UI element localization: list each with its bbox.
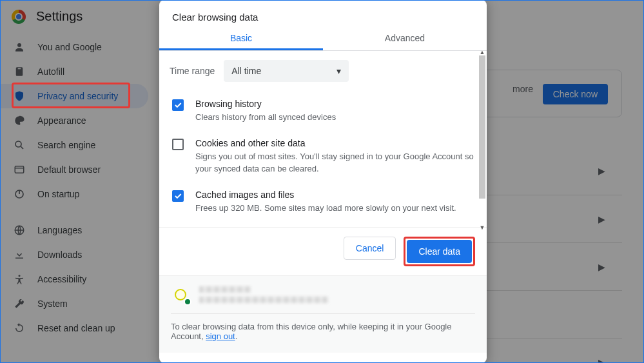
sign-out-link[interactable]: sign out — [206, 331, 235, 341]
annotation-highlight: Clear data — [404, 237, 475, 266]
chevron-down-icon: ▾ — [337, 66, 341, 76]
option-desc: Frees up 320 MB. Some sites may load mor… — [195, 202, 456, 215]
sync-badge-icon — [184, 298, 191, 306]
option-cookies[interactable]: Cookies and other site data Signs you ou… — [170, 133, 476, 184]
annotation-highlight — [12, 83, 130, 108]
option-title: Browsing history — [195, 99, 336, 109]
option-title: Cached images and files — [195, 190, 456, 200]
clear-browsing-data-dialog: Clear browsing data Basic Advanced Time … — [159, 0, 487, 363]
scroll-track[interactable] — [478, 55, 487, 223]
option-desc: Signs you out of most sites. You'll stay… — [195, 151, 476, 175]
time-range-label: Time range — [170, 66, 215, 76]
option-desc: Clears history from all synced devices — [195, 112, 336, 124]
tab-advanced[interactable]: Advanced — [323, 25, 487, 50]
redacted-profile-info — [199, 286, 328, 303]
option-title: Cookies and other site data — [195, 138, 476, 148]
checkbox-cookies[interactable] — [172, 139, 184, 150]
dialog-body: Time range All time ▾ Browsing history C… — [159, 51, 487, 227]
profile-avatar-icon — [171, 285, 190, 304]
checkbox-browsing-history[interactable] — [172, 99, 184, 111]
time-range-value: All time — [231, 66, 261, 76]
footer-text-after: . — [235, 331, 238, 341]
footer-text: To clear browsing data from this device … — [171, 313, 475, 341]
clear-data-button[interactable]: Clear data — [407, 240, 472, 263]
option-cache[interactable]: Cached images and files Frees up 320 MB.… — [170, 184, 476, 224]
profile-row — [171, 285, 475, 304]
checkbox-cache[interactable] — [172, 190, 184, 202]
dialog-footer: To clear browsing data from this device … — [159, 275, 487, 353]
scroll-down-icon[interactable]: ▼ — [479, 224, 485, 231]
cancel-button[interactable]: Cancel — [344, 237, 396, 260]
tab-basic[interactable]: Basic — [159, 25, 323, 50]
dialog-title: Clear browsing data — [159, 0, 487, 25]
scroll-thumb[interactable] — [479, 55, 485, 199]
dialog-tabs: Basic Advanced — [159, 25, 487, 51]
option-browsing-history[interactable]: Browsing history Clears history from all… — [170, 93, 476, 133]
scroll-up-icon[interactable]: ▲ — [479, 49, 485, 55]
dialog-scrollbar[interactable]: ▲ ▼ — [478, 55, 487, 223]
time-range-select[interactable]: All time ▾ — [224, 60, 349, 82]
dialog-actions: Cancel Clear data — [159, 227, 487, 275]
